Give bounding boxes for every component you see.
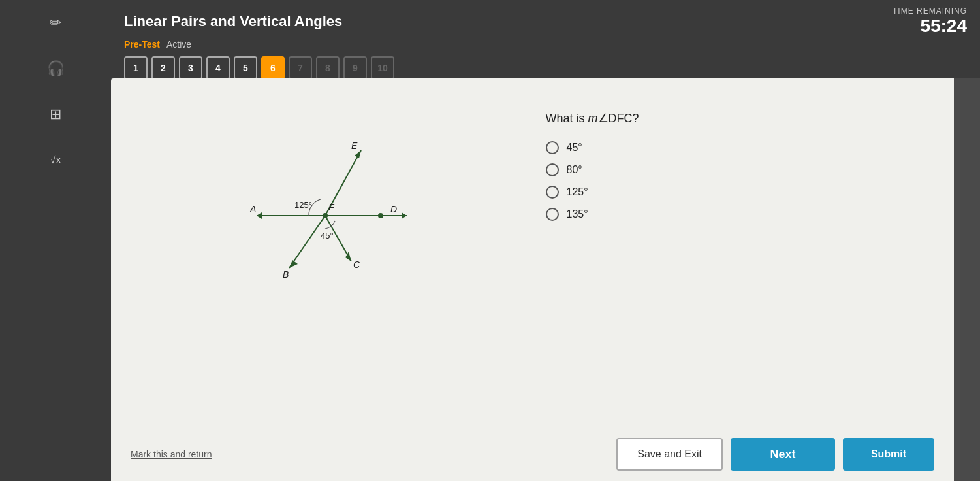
option-2[interactable]: 80° <box>546 163 928 176</box>
next-button[interactable]: Next <box>731 438 835 471</box>
question-area: E A D B C F 125° 45° <box>111 78 954 427</box>
q-btn-6[interactable]: 6 <box>261 56 285 80</box>
option-label-1: 45° <box>567 142 582 154</box>
svg-text:C: C <box>353 259 360 270</box>
q-btn-8[interactable]: 8 <box>316 56 340 80</box>
question-text: What is m∠DFC? <box>546 111 928 125</box>
svg-marker-6 <box>289 260 298 268</box>
radio-2[interactable] <box>546 163 559 176</box>
radio-3[interactable] <box>546 186 559 199</box>
header: Linear Pairs and Vertical Angles TIME RE… <box>111 0 980 78</box>
time-label: TIME REMAINING <box>893 7 967 16</box>
q-btn-3[interactable]: 3 <box>179 56 202 80</box>
svg-marker-4 <box>355 150 361 158</box>
svg-text:F: F <box>328 202 335 212</box>
option-label-2: 80° <box>567 164 582 176</box>
submit-button[interactable]: Submit <box>843 438 934 471</box>
q-btn-2[interactable]: 2 <box>151 56 175 80</box>
main-content: Linear Pairs and Vertical Angles TIME RE… <box>111 0 980 481</box>
formula-icon[interactable]: √x <box>39 144 72 176</box>
q-btn-4[interactable]: 4 <box>206 56 230 80</box>
footer-buttons: Save and Exit Next Submit <box>616 438 934 471</box>
q-btn-10[interactable]: 10 <box>371 56 394 80</box>
save-exit-button[interactable]: Save and Exit <box>616 438 723 471</box>
option-1[interactable]: 45° <box>546 141 928 154</box>
timer-container: TIME REMAINING 55:24 <box>893 7 967 37</box>
question-nav: 1 2 3 4 5 6 7 8 9 10 <box>124 56 967 80</box>
sidebar: ✏ 🎧 ⊞ √x <box>0 0 111 481</box>
svg-point-10 <box>378 213 383 218</box>
active-label: Active <box>166 39 191 50</box>
svg-text:D: D <box>390 204 397 214</box>
option-3[interactable]: 125° <box>546 186 928 199</box>
svg-point-9 <box>323 213 328 218</box>
svg-marker-2 <box>257 212 262 219</box>
footer: Mark this and return Save and Exit Next … <box>111 427 954 481</box>
options-list: 45° 80° 125° 135° <box>546 141 928 221</box>
svg-text:B: B <box>283 269 289 280</box>
subtitle-row: Pre-Test Active <box>124 39 967 50</box>
q-btn-9[interactable]: 9 <box>343 56 367 80</box>
radio-1[interactable] <box>546 141 559 154</box>
option-4[interactable]: 135° <box>546 208 928 221</box>
svg-text:E: E <box>351 141 358 151</box>
content-panel: E A D B C F 125° 45° <box>111 78 954 481</box>
mark-return-link[interactable]: Mark this and return <box>131 449 212 459</box>
pre-test-label: Pre-Test <box>124 39 160 50</box>
page-title: Linear Pairs and Vertical Angles <box>124 13 342 30</box>
headphone-icon[interactable]: 🎧 <box>39 52 72 85</box>
right-strip <box>954 78 980 481</box>
pencil-icon[interactable]: ✏ <box>39 7 72 39</box>
svg-text:45°: 45° <box>321 231 334 241</box>
svg-text:125°: 125° <box>294 200 312 210</box>
title-row: Linear Pairs and Vertical Angles TIME RE… <box>124 7 967 37</box>
option-label-3: 125° <box>567 186 588 198</box>
q-btn-7[interactable]: 7 <box>289 56 312 80</box>
radio-4[interactable] <box>546 208 559 221</box>
svg-text:A: A <box>249 204 256 214</box>
q-btn-5[interactable]: 5 <box>234 56 257 80</box>
answer-area: What is m∠DFC? 45° 80° 125° <box>546 98 928 407</box>
option-label-4: 135° <box>567 208 588 220</box>
svg-line-5 <box>289 216 325 268</box>
calculator-icon[interactable]: ⊞ <box>39 98 72 131</box>
svg-marker-1 <box>402 212 407 219</box>
time-value: 55:24 <box>893 16 967 37</box>
diagram-area: E A D B C F 125° 45° <box>137 98 520 407</box>
q-btn-1[interactable]: 1 <box>124 56 148 80</box>
